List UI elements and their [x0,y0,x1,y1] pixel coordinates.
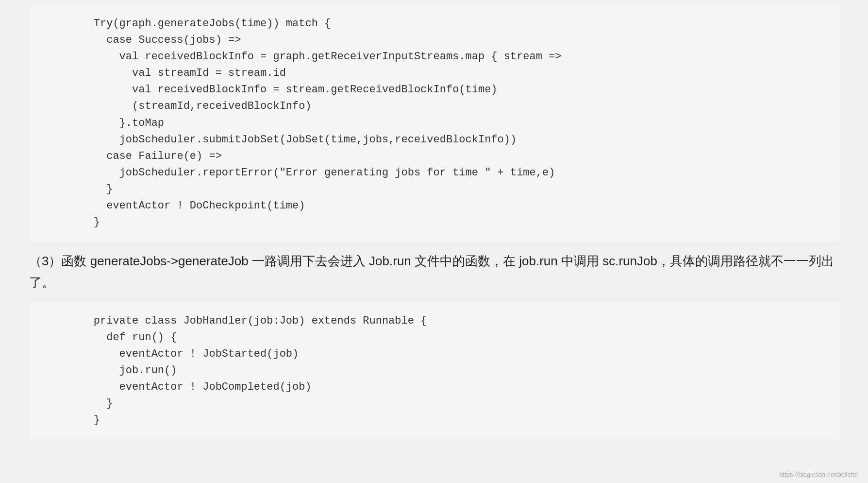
page-container: Try(graph.generateJobs(time)) match { ca… [0,0,868,483]
description-paragraph: （3）函数 generateJobs->generateJob 一路调用下去会进… [29,250,839,293]
content-area: Try(graph.generateJobs(time)) match { ca… [0,0,868,454]
code-block-2: private class JobHandler(job:Job) extend… [29,302,839,440]
code-text-2: private class JobHandler(job:Job) extend… [29,308,839,434]
code-text-1: Try(graph.generateJobs(time)) match { ca… [29,11,839,236]
code-block-1: Try(graph.generateJobs(time)) match { ca… [29,5,839,242]
description-text-content: （3）函数 generateJobs->generateJob 一路调用下去会进… [29,254,834,290]
watermark: https://blog.csdn.net/beliefer [779,471,858,478]
